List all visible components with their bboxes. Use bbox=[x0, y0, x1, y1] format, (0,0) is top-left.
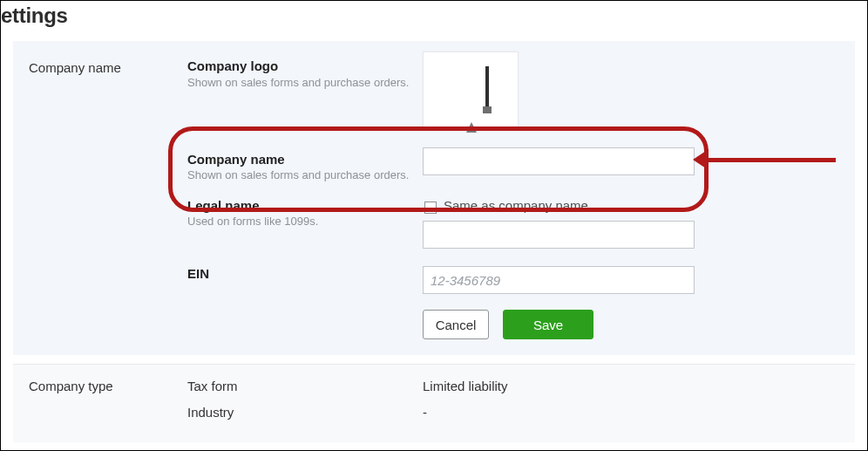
page-title: ettings bbox=[1, 3, 68, 28]
tax-form-label: Tax form bbox=[187, 379, 238, 393]
svg-marker-2 bbox=[466, 122, 477, 133]
company-logo-subtext: Shown on sales forms and purchase orders… bbox=[187, 76, 409, 89]
same-as-company-name-label: Same as company name bbox=[444, 198, 588, 213]
annotation-arrow-icon bbox=[705, 158, 836, 162]
company-name-panel: Company name Company logo Shown on sales… bbox=[13, 41, 855, 355]
ein-heading: EIN bbox=[187, 266, 209, 281]
company-name-input[interactable] bbox=[423, 147, 695, 175]
company-logo-heading: Company logo bbox=[187, 58, 278, 73]
save-button[interactable]: Save bbox=[503, 310, 593, 339]
ein-input[interactable] bbox=[423, 266, 695, 294]
tax-form-value: Limited liability bbox=[423, 379, 508, 393]
legal-name-subtext: Used on forms like 1099s. bbox=[187, 215, 318, 228]
industry-value: - bbox=[423, 405, 427, 420]
logo-placeholder-base-icon bbox=[466, 122, 477, 133]
same-as-company-name-checkbox[interactable] bbox=[424, 202, 437, 214]
svg-rect-0 bbox=[485, 66, 489, 106]
legal-name-heading: Legal name bbox=[187, 198, 260, 213]
section-label-company-name: Company name bbox=[29, 60, 121, 75]
logo-placeholder-mark bbox=[483, 66, 495, 117]
cancel-button[interactable]: Cancel bbox=[423, 310, 489, 339]
company-type-panel: Company type Tax form Limited liability … bbox=[13, 364, 855, 442]
company-name-heading: Company name bbox=[187, 152, 285, 167]
company-name-subtext: Shown on sales forms and purchase orders… bbox=[187, 168, 409, 181]
industry-label: Industry bbox=[187, 405, 234, 420]
legal-name-input[interactable] bbox=[423, 221, 695, 249]
svg-rect-1 bbox=[483, 106, 492, 113]
company-logo-preview[interactable] bbox=[423, 51, 519, 130]
section-label-company-type: Company type bbox=[29, 379, 113, 393]
